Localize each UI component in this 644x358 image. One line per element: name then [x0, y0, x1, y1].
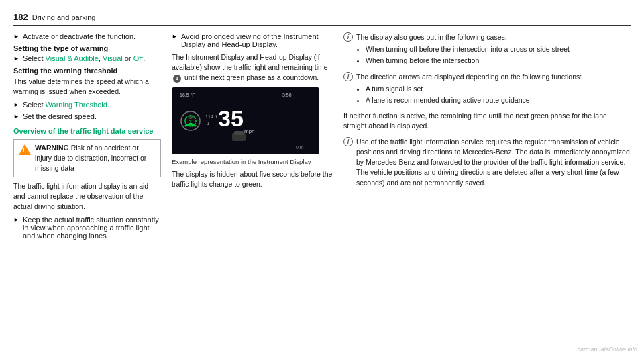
instrument-svg: 16.5 °F 3:50 35 mph 1 114 ft -	[172, 87, 319, 154]
display-caption: Example representation in the Instrument…	[172, 158, 333, 165]
arrow-icon-6: ►	[172, 33, 178, 40]
warning-text: WARNING Risk of an accident or injury du…	[35, 143, 156, 173]
display-para: The Instrument Display and Head-up Displ…	[172, 52, 333, 83]
svg-rect-14	[234, 131, 244, 135]
page-header: 182 Driving and parking	[13, 12, 631, 26]
warning-box: WARNING Risk of an accident or injury du…	[13, 139, 161, 177]
avoid-viewing-item: ► Avoid prolonged viewing of the Instrum…	[172, 32, 333, 48]
arrow-icon-2: ►	[13, 55, 19, 62]
keep-view-text: Keep the actual traffic situation consta…	[23, 216, 161, 240]
arrow-icon: ►	[13, 33, 19, 40]
column-2: ► Avoid prolonged viewing of the Instrum…	[172, 32, 333, 243]
activate-text: Activate or deactivate the function.	[23, 32, 136, 40]
content-columns: ► Activate or deactivate the function. S…	[13, 32, 631, 243]
info-2-content: The direction arrows are displayed depen…	[356, 72, 582, 108]
avoid-viewing-text: Avoid prolonged viewing of the Instrumen…	[181, 32, 333, 48]
info-2-bullet-2: A lane is recommended during active rout…	[366, 95, 582, 105]
warning-triangle-icon	[19, 144, 31, 155]
overview-heading: Overview of the traffic light data servi…	[13, 127, 161, 135]
select-text: Select Visual & Audible, Visual or Off.	[23, 54, 145, 62]
info-1-bullet-2: When turning before the intersection	[366, 56, 570, 66]
info-row-2: i The direction arrows are displayed dep…	[343, 72, 631, 108]
info-icon-1: i	[343, 32, 353, 42]
page-number: 182	[13, 12, 28, 22]
svg-text:3:50: 3:50	[282, 93, 292, 97]
svg-text:-1: -1	[205, 121, 209, 126]
select-threshold-item: ► Select Warning Threshold.	[13, 101, 161, 109]
column-1: ► Activate or deactivate the function. S…	[13, 32, 161, 243]
info-2-bullets: A turn signal is set A lane is recommend…	[356, 84, 582, 105]
svg-text:16.5 °F: 16.5 °F	[180, 93, 195, 97]
info-2-bullet-1: A turn signal is set	[366, 84, 582, 94]
select-warning-item: ► Select Visual & Audible, Visual or Off…	[13, 54, 161, 62]
info-icon-4: i	[343, 137, 353, 146]
svg-text:mph: mph	[244, 128, 255, 134]
warning-type-heading: Setting the type of warning	[13, 44, 161, 52]
info-4-text: Use of the traffic light information ser…	[356, 137, 631, 188]
info-1-bullet-1: When turning off before the intersection…	[366, 44, 570, 54]
arrow-icon-3: ►	[13, 101, 19, 108]
svg-text:0 m: 0 m	[296, 145, 304, 150]
info-1-text: The display also goes out in the followi…	[356, 32, 570, 42]
svg-text:114 ft: 114 ft	[205, 114, 217, 119]
set-speed-item: ► Set the desired speed.	[13, 112, 161, 120]
instrument-display-image: 16.5 °F 3:50 35 mph 1 114 ft -	[172, 87, 319, 154]
info-row-1: i The display also goes out in the follo…	[343, 32, 631, 69]
countdown-icon: 1	[173, 75, 181, 83]
info-icon-2: i	[343, 72, 353, 81]
column-3: i The display also goes out in the follo…	[343, 32, 631, 243]
activate-item: ► Activate or deactivate the function.	[13, 32, 161, 40]
info-1-bullets: When turning off before the intersection…	[356, 44, 570, 65]
info-3-para: If neither function is active, the remai…	[343, 111, 631, 131]
warning-threshold-heading: Setting the warning threshold	[13, 66, 161, 75]
arrow-icon-5: ►	[13, 216, 19, 223]
select-threshold-text: Select Warning Threshold.	[23, 101, 109, 109]
watermark: carmanualsOnline.info	[577, 346, 637, 353]
hidden-para: The display is hidden about five seconds…	[172, 169, 333, 189]
info-row-4: i Use of the traffic light information s…	[343, 137, 631, 192]
info-para-1: The traffic light information display is…	[13, 181, 161, 212]
keep-view-item: ► Keep the actual traffic situation cons…	[13, 216, 161, 240]
info-2-text: The direction arrows are displayed depen…	[356, 72, 582, 82]
svg-text:1: 1	[189, 118, 192, 125]
info-1-content: The display also goes out in the followi…	[356, 32, 570, 69]
svg-text:35: 35	[218, 105, 244, 131]
arrow-icon-4: ►	[13, 113, 19, 120]
set-speed-text: Set the desired speed.	[23, 112, 97, 120]
threshold-desc: This value determines the speed at which…	[13, 77, 161, 97]
page-title: Driving and parking	[32, 13, 96, 21]
page: 182 Driving and parking ► Activate or de…	[0, 0, 644, 358]
